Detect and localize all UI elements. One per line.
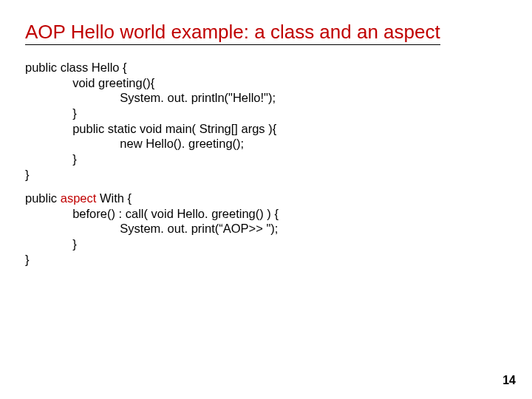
- code-block-aspect: public aspect With { before() : call( vo…: [25, 191, 508, 267]
- code-line: }: [25, 106, 508, 121]
- page-number: 14: [502, 374, 516, 387]
- code-line: }: [25, 236, 508, 252]
- code-line: public static void main( String[] args )…: [25, 121, 508, 137]
- code-text: public: [25, 191, 61, 205]
- code-line: public aspect With {: [25, 191, 508, 206]
- code-line: }: [25, 167, 508, 183]
- aspect-keyword: aspect: [61, 191, 97, 205]
- code-text: With {: [96, 191, 132, 205]
- code-line: new Hello(). greeting();: [25, 136, 508, 151]
- code-line: before() : call( void Hello. greeting() …: [25, 206, 508, 222]
- slide-content: AOP Hello world example: a class and an …: [0, 0, 532, 267]
- code-block-class: public class Hello { void greeting(){ Sy…: [25, 60, 508, 182]
- code-line: System. out. print(“AOP>> ");: [25, 221, 508, 236]
- code-line: void greeting(){: [25, 75, 508, 91]
- code-line: }: [25, 252, 508, 267]
- code-line: System. out. println("Hello!");: [25, 90, 508, 106]
- slide-title: AOP Hello world example: a class and an …: [25, 21, 440, 45]
- code-line: }: [25, 151, 508, 167]
- code-line: public class Hello {: [25, 60, 508, 75]
